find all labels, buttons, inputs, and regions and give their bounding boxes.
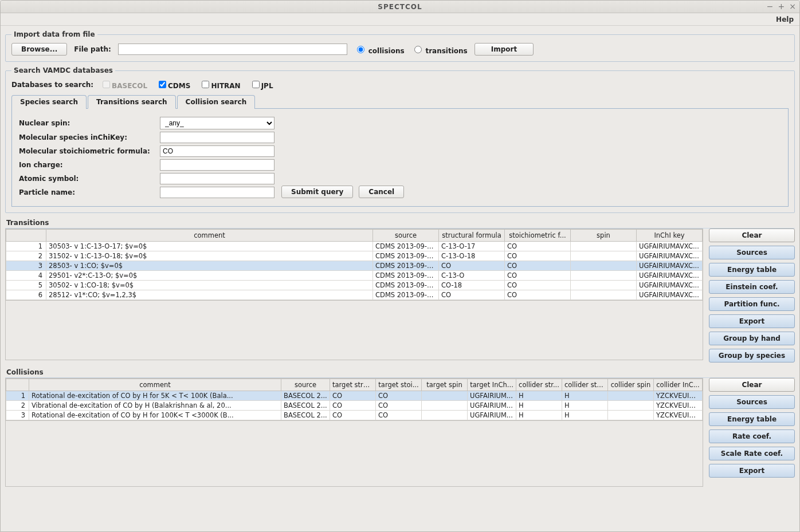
collisions-table[interactable]: commentsourcetarget stru...target stoi..… [6,379,703,420]
trans-sources-button[interactable]: Sources [709,246,795,259]
collisions-table-wrap: commentsourcetarget stru...target stoi..… [5,378,703,487]
column-header[interactable]: target InCh... [468,379,516,391]
cell: CO [376,401,422,411]
radio-collisions[interactable] [357,46,364,53]
radio-collisions-wrap[interactable]: collisions [354,44,405,55]
close-icon[interactable]: × [789,2,796,11]
import-button[interactable]: Import [474,43,534,56]
db-cdms-wrap[interactable]: CDMS [156,79,190,90]
table-row[interactable]: 328503- v 1:CO; $v=0$CDMS 2013-09-0...CO… [6,261,703,271]
coll-clear-button[interactable]: Clear [709,378,795,392]
cell: BASECOL 2... [281,391,330,401]
search-legend: Search VAMDC databases [11,66,115,74]
cell [571,261,637,271]
table-row[interactable]: 130503- v 1:C-13-O-17; $v=0$CDMS 2013-09… [6,242,703,251]
search-form-grid: Nuclear spin: _any_ Molecular species in… [19,117,274,198]
db-hitran-wrap[interactable]: HITRAN [199,79,240,90]
particle-name-input[interactable] [160,187,274,198]
trans-export-button[interactable]: Export [709,314,795,328]
tab-body-transitions: Nuclear spin: _any_ Molecular species in… [11,109,789,207]
cell: C-13-O-17 [439,242,505,251]
table-row[interactable]: 3Rotational de-excitation of CO by H for… [6,411,703,420]
db-cdms-check[interactable] [159,81,166,88]
db-label: Databases to search: [11,81,93,89]
column-header[interactable]: collider str... [516,379,562,391]
cell: 2 [6,401,29,411]
column-header[interactable]: collider sto... [562,379,608,391]
nuclear-spin-select[interactable]: _any_ [160,117,274,129]
tab-collision[interactable]: Collision search [177,95,256,109]
table-row[interactable]: 530502- v 1:CO-18; $v=0$CDMS 2013-09-0..… [6,281,703,290]
cell: CO [439,261,505,271]
db-hitran-check[interactable] [202,81,209,88]
trans-clear-button[interactable]: Clear [709,228,795,242]
search-tabs: Species search Transitions search Collis… [11,94,789,109]
table-row[interactable]: 429501- v2*:C-13-O; $v=0$CDMS 2013-09-0.… [6,271,703,281]
tab-species[interactable]: Species search [11,95,87,109]
table-row[interactable]: 231502- v 1:C-13-O-18; $v=0$CDMS 2013-09… [6,251,703,261]
coll-scale-button[interactable]: Scale Rate coef. [709,447,795,460]
submit-query-button[interactable]: Submit query [281,186,353,198]
db-jpl-check[interactable] [252,81,260,88]
cell: CDMS 2013-09-0... [373,281,439,290]
coll-energy-button[interactable]: Energy table [709,412,795,426]
cell: CO [505,271,571,281]
atomic-symbol-input[interactable] [160,173,274,184]
column-header[interactable]: target stoi... [376,379,422,391]
browse-button[interactable]: Browse... [11,43,67,56]
cell: CO [505,261,571,271]
cancel-button[interactable]: Cancel [359,186,404,198]
column-header[interactable]: target spin [422,379,468,391]
trans-partition-button[interactable]: Partition func. [709,297,795,311]
cell: YZCKVEUIG... [654,411,703,420]
table-row[interactable]: 2Vibrational de-excitation of CO by H (B… [6,401,703,411]
cell: BASECOL 2... [281,411,330,420]
menubar: Help [1,13,799,26]
maximize-icon[interactable]: + [778,2,785,11]
cell [571,281,637,290]
ion-charge-input[interactable] [160,159,274,171]
db-basecol-wrap[interactable]: BASECOL [100,79,147,90]
coll-sources-button[interactable]: Sources [709,395,795,409]
menu-help[interactable]: Help [776,15,794,23]
column-header[interactable]: structural formula [439,230,505,242]
cell: H [562,401,608,411]
minimize-icon[interactable]: − [767,2,774,11]
column-header[interactable]: source [281,379,330,391]
column-header[interactable]: collider InC... [654,379,703,391]
column-header[interactable]: comment [29,379,281,391]
column-header[interactable]: comment [46,230,373,242]
trans-einstein-button[interactable]: Einstein coef. [709,280,795,294]
db-jpl-wrap[interactable]: JPL [250,79,273,90]
cell: CO [505,242,571,251]
column-header[interactable] [6,379,29,391]
column-header[interactable] [6,230,46,242]
inchikey-input[interactable] [160,132,274,143]
coll-rate-button[interactable]: Rate coef. [709,429,795,443]
column-header[interactable]: spin [571,230,637,242]
table-row[interactable]: 628512- v1*:CO; $v=1,2,3$CDMS 2013-09-0.… [6,290,703,300]
transitions-table[interactable]: commentsourcestructural formulastoichiom… [6,229,703,300]
coll-export-button[interactable]: Export [709,464,795,478]
column-header[interactable]: source [373,230,439,242]
file-path-input[interactable] [118,44,347,55]
radio-transitions[interactable] [414,46,422,53]
column-header[interactable]: collider spin [608,379,654,391]
ion-charge-label: Ion charge: [19,161,156,169]
trans-group-hand-button[interactable]: Group by hand [709,332,795,345]
table-row[interactable]: 1Rotational de-excitation of CO by H for… [6,391,703,401]
cell [422,391,468,401]
cell: UGFAIRIUMAVXC... [637,271,703,281]
trans-energy-button[interactable]: Energy table [709,263,795,277]
cell: UGFAIRIUMAVXC... [637,261,703,271]
column-header[interactable]: stoichiometric f... [505,230,571,242]
cell: YZCKVEUIG... [654,391,703,401]
column-header[interactable]: InChI key [637,230,703,242]
radio-transitions-wrap[interactable]: transitions [411,44,468,55]
cell: CO [505,281,571,290]
tab-transitions[interactable]: Transitions search [88,95,176,109]
file-path-label: File path: [74,45,111,53]
column-header[interactable]: target stru... [330,379,376,391]
trans-group-species-button[interactable]: Group by species [709,349,795,362]
stoich-input[interactable] [160,145,274,157]
